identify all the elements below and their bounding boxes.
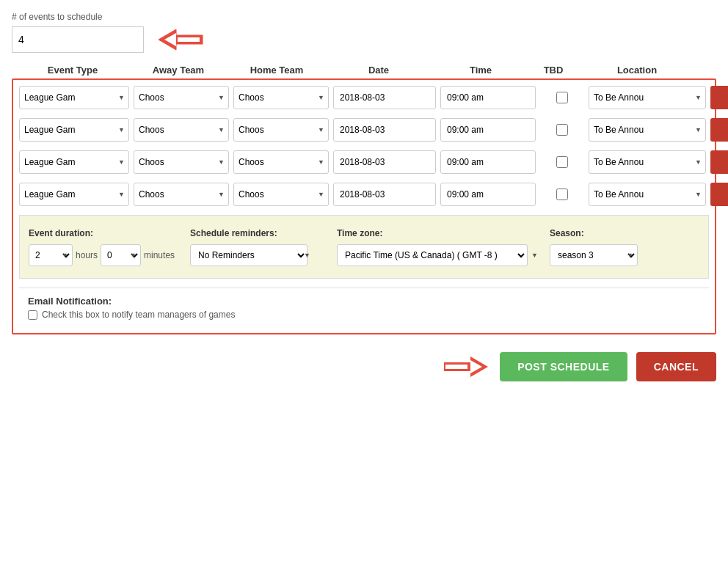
col-away-team: Away Team xyxy=(131,65,226,76)
remove-button-2[interactable]: Remove xyxy=(710,118,728,142)
event-row: League Gam Choos Choos To Be Annou Remov… xyxy=(19,150,709,174)
remove-button-4[interactable]: Remove xyxy=(710,183,728,206)
event-type-select-wrapper: League Gam xyxy=(19,150,129,174)
time-input-4[interactable] xyxy=(440,183,536,206)
event-type-select-1[interactable]: League Gam xyxy=(19,86,129,109)
reminders-select[interactable]: No Reminders xyxy=(190,244,307,266)
cancel-button[interactable]: CANCEL xyxy=(636,352,716,381)
season-select[interactable]: season 3 xyxy=(550,244,638,266)
tbd-checkbox-3[interactable] xyxy=(556,156,568,168)
tbd-checkbox-1[interactable] xyxy=(556,92,568,103)
event-row: League Gam Choos Choos To Be Annou Remov… xyxy=(19,183,709,206)
location-select-2[interactable]: To Be Annou xyxy=(589,118,706,142)
tbd-checkbox-4[interactable] xyxy=(556,189,568,200)
home-team-select-wrapper: Choos xyxy=(233,150,329,174)
home-team-select-wrapper: Choos xyxy=(233,118,329,142)
event-type-select-wrapper: League Gam xyxy=(19,183,129,206)
tbd-cell-1 xyxy=(540,92,584,103)
away-team-select-wrapper: Choos xyxy=(134,86,229,109)
col-action: Action xyxy=(699,65,728,76)
hours-label: hours xyxy=(76,250,98,260)
event-type-select-wrapper: League Gam xyxy=(19,118,129,142)
col-date: Date xyxy=(327,65,430,76)
events-count-label: # of events to schedule xyxy=(12,12,716,22)
away-team-select-4[interactable]: Choos xyxy=(134,183,229,206)
date-input-1[interactable] xyxy=(333,86,436,109)
location-select-wrapper-4: To Be Annou xyxy=(589,183,706,206)
arrow-icon xyxy=(156,26,214,53)
minutes-select[interactable]: 0 xyxy=(101,244,141,266)
tbd-checkbox-2[interactable] xyxy=(556,124,568,136)
location-select-3[interactable]: To Be Annou xyxy=(589,150,706,174)
event-type-select-3[interactable]: League Gam xyxy=(19,150,129,174)
email-notification-text: Check this box to notify team managers o… xyxy=(42,310,235,320)
timezone-label: Time zone: xyxy=(337,227,550,238)
home-team-select-2[interactable]: Choos xyxy=(233,118,329,142)
bottom-actions: POST SCHEDULE CANCEL xyxy=(12,352,716,381)
location-select-1[interactable]: To Be Annou xyxy=(589,86,706,109)
col-time: Time xyxy=(433,65,528,76)
away-team-select-3[interactable]: Choos xyxy=(134,150,229,174)
home-team-select-1[interactable]: Choos xyxy=(233,86,329,109)
location-select-4[interactable]: To Be Annou xyxy=(589,183,706,206)
email-notification-section: Email Notification: Check this box to no… xyxy=(19,288,709,327)
column-headers: Event Type Away Team Home Team Date Time… xyxy=(12,65,716,76)
settings-section: Event duration: Schedule reminders: Time… xyxy=(19,215,709,279)
date-input-2[interactable] xyxy=(333,118,436,142)
col-location: Location xyxy=(578,65,696,76)
events-count-input[interactable]: 4 xyxy=(12,26,144,53)
location-select-wrapper-3: To Be Annou xyxy=(589,150,706,174)
tbd-cell-4 xyxy=(540,189,584,200)
col-home-team: Home Team xyxy=(229,65,324,76)
col-tbd: TBD xyxy=(531,65,575,76)
time-input-1[interactable] xyxy=(440,86,536,109)
timezone-select[interactable]: Pacific Time (US & Canada) ( GMT -8 ) xyxy=(337,244,528,266)
remove-button-1[interactable]: Remove xyxy=(710,86,728,109)
schedule-reminders-label: Schedule reminders: xyxy=(190,227,337,238)
away-team-select-wrapper: Choos xyxy=(134,118,229,142)
event-type-select-2[interactable]: League Gam xyxy=(19,118,129,142)
schedule-container: League Gam Choos Choos To Be Annou Remov… xyxy=(12,78,716,334)
minutes-label: minutes xyxy=(144,250,175,260)
hours-select[interactable]: 2 xyxy=(29,244,73,266)
event-type-select-4[interactable]: League Gam xyxy=(19,183,129,206)
tbd-cell-2 xyxy=(540,124,584,136)
time-input-2[interactable] xyxy=(440,118,536,142)
home-team-select-4[interactable]: Choos xyxy=(233,183,329,206)
tbd-cell-3 xyxy=(540,156,584,168)
away-team-select-wrapper: Choos xyxy=(134,183,229,206)
time-input-3[interactable] xyxy=(440,150,536,174)
date-input-4[interactable] xyxy=(333,183,436,206)
date-input-3[interactable] xyxy=(333,150,436,174)
event-duration-label: Event duration: xyxy=(29,227,190,238)
email-notification-label: Email Notification: xyxy=(28,296,700,307)
svg-rect-2 xyxy=(178,37,200,42)
home-team-select-wrapper: Choos xyxy=(233,86,329,109)
away-team-select-1[interactable]: Choos xyxy=(134,86,229,109)
event-type-select-wrapper: League Gam xyxy=(19,86,129,109)
bottom-arrow-icon xyxy=(432,354,491,380)
remove-button-3[interactable]: Remove xyxy=(710,150,728,174)
home-team-select-3[interactable]: Choos xyxy=(233,150,329,174)
season-label: Season: xyxy=(550,227,584,238)
away-team-select-wrapper: Choos xyxy=(134,150,229,174)
event-row: League Gam Choos Choos To Be Annou Remov… xyxy=(19,118,709,142)
home-team-select-wrapper: Choos xyxy=(233,183,329,206)
col-event-type: Event Type xyxy=(18,65,128,76)
event-row: League Gam Choos Choos To Be Annou Remov… xyxy=(19,86,709,109)
away-team-select-2[interactable]: Choos xyxy=(134,118,229,142)
post-schedule-button[interactable]: POST SCHEDULE xyxy=(500,352,627,381)
email-notification-checkbox[interactable] xyxy=(28,310,37,320)
svg-rect-6 xyxy=(445,365,467,369)
location-select-wrapper-2: To Be Annou xyxy=(589,118,706,142)
location-select-wrapper-1: To Be Annou xyxy=(589,86,706,109)
